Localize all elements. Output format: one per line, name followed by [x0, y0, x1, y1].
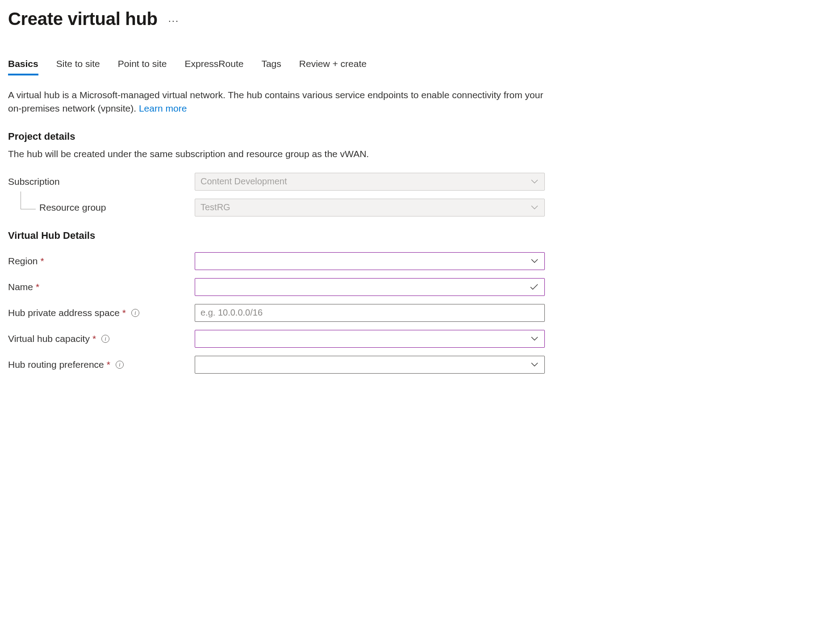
- region-row: Region *: [8, 252, 832, 270]
- chevron-down-icon: [531, 259, 538, 263]
- resource-group-select: TestRG: [195, 199, 545, 216]
- virtual-hub-details-heading: Virtual Hub Details: [8, 230, 832, 241]
- routing-preference-select[interactable]: [195, 356, 545, 374]
- tab-expressroute[interactable]: ExpressRoute: [185, 56, 244, 75]
- address-space-input[interactable]: e.g. 10.0.0.0/16: [195, 304, 545, 322]
- resource-group-row: Resource group TestRG: [8, 199, 832, 216]
- subscription-label: Subscription: [8, 176, 195, 187]
- check-icon: [530, 284, 538, 290]
- chevron-down-icon: [531, 362, 538, 367]
- chevron-down-icon: [531, 205, 538, 210]
- tab-point-to-site[interactable]: Point to site: [118, 56, 167, 75]
- tree-connector-icon: [21, 191, 36, 209]
- capacity-row: Virtual hub capacity * i: [8, 330, 832, 348]
- page-title: Create virtual hub: [8, 9, 158, 29]
- project-details-subtitle: The hub will be created under the same s…: [8, 149, 832, 159]
- capacity-label: Virtual hub capacity: [8, 333, 90, 344]
- tab-review-create[interactable]: Review + create: [299, 56, 367, 75]
- info-icon[interactable]: i: [101, 335, 109, 343]
- subscription-row: Subscription Content Development: [8, 173, 832, 191]
- resource-group-label: Resource group: [39, 202, 106, 213]
- required-asterisk: *: [36, 282, 39, 292]
- required-asterisk: *: [107, 359, 110, 370]
- resource-group-value: TestRG: [201, 202, 230, 212]
- routing-label: Hub routing preference: [8, 359, 104, 370]
- address-space-placeholder: e.g. 10.0.0.0/16: [201, 308, 263, 318]
- tab-bar: Basics Site to site Point to site Expres…: [8, 56, 832, 76]
- required-asterisk: *: [122, 308, 126, 318]
- required-asterisk: *: [92, 333, 96, 344]
- intro-text: A virtual hub is a Microsoft-managed vir…: [8, 90, 543, 113]
- address-space-row: Hub private address space * i e.g. 10.0.…: [8, 304, 832, 322]
- name-label: Name: [8, 282, 33, 292]
- info-icon[interactable]: i: [116, 361, 124, 369]
- chevron-down-icon: [531, 179, 538, 184]
- region-label: Region: [8, 256, 38, 266]
- resource-group-label-wrap: Resource group: [8, 202, 195, 213]
- chevron-down-icon: [531, 337, 538, 341]
- name-row: Name *: [8, 278, 832, 296]
- name-input[interactable]: [195, 278, 545, 296]
- subscription-select: Content Development: [195, 173, 545, 191]
- address-space-label: Hub private address space: [8, 308, 120, 318]
- tab-site-to-site[interactable]: Site to site: [56, 56, 100, 75]
- capacity-select[interactable]: [195, 330, 545, 348]
- more-button[interactable]: ···: [168, 12, 179, 26]
- routing-preference-row: Hub routing preference * i: [8, 356, 832, 374]
- tab-tags[interactable]: Tags: [261, 56, 281, 75]
- required-asterisk: *: [41, 256, 44, 266]
- project-details-heading: Project details: [8, 131, 832, 142]
- region-select[interactable]: [195, 252, 545, 270]
- tab-basics[interactable]: Basics: [8, 56, 38, 75]
- subscription-value: Content Development: [201, 176, 287, 187]
- learn-more-link[interactable]: Learn more: [139, 103, 187, 113]
- intro-description: A virtual hub is a Microsoft-managed vir…: [8, 88, 544, 116]
- page-header: Create virtual hub ···: [8, 9, 832, 29]
- info-icon[interactable]: i: [131, 309, 139, 317]
